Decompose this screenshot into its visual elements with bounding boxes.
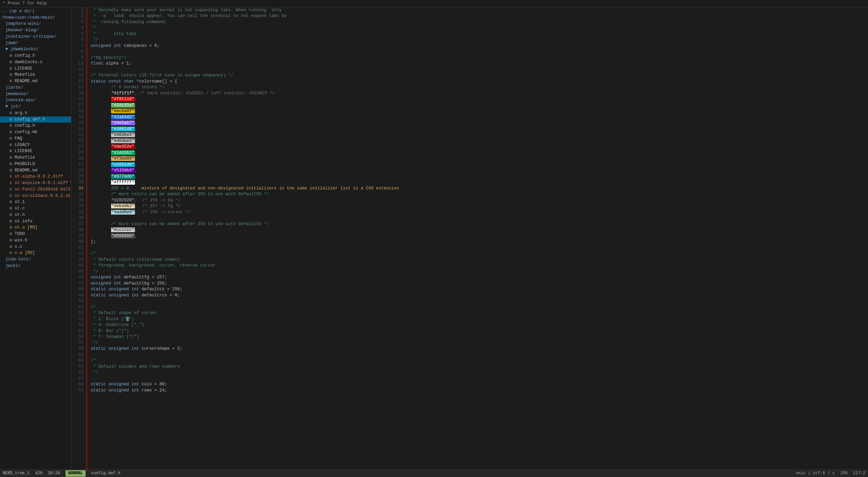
- line-num-60: 60: [73, 358, 84, 364]
- line-num-48: 48: [73, 287, 84, 293]
- code-area[interactable]: 1234567891011121314151617181920212223242…: [71, 7, 868, 470]
- sidebar-item-x-o[interactable]: o x.o [RO]: [0, 250, 71, 256]
- sidebar-item-arg-h[interactable]: o arg.h: [0, 110, 71, 116]
- code-line-24: "#de352e",: [91, 144, 868, 150]
- sidebar-item-st-font2[interactable]: s st-font2-20198416-ba72: [0, 186, 71, 193]
- cursor-pos: 20:20: [48, 471, 60, 476]
- line-num-63: 63: [73, 376, 84, 382]
- sidebar-item-dwm[interactable]: jdwm/: [0, 40, 71, 47]
- sidebar-item-st-o[interactable]: o st.o [RO]: [0, 224, 71, 231]
- sidebar-item-config-mk[interactable]: o config.mk: [0, 129, 71, 135]
- sidebar-item-makefile2[interactable]: o Makefile: [0, 154, 71, 161]
- sidebar-item-st-alpha-diff[interactable]: s st-alpha-0.8.2.diff: [0, 173, 71, 180]
- sidebar-item-pkgbuild[interactable]: o PKGBUILD: [0, 161, 71, 167]
- code-line-17: "#2dc55e",: [91, 103, 868, 109]
- code-line-27: "#1081d6",: [91, 162, 868, 168]
- sidebar-item-larbs[interactable]: jlarbs/: [0, 85, 71, 91]
- line-num-52: 52: [73, 310, 84, 316]
- line-num-39: 39: [73, 233, 84, 239]
- sidebar-item-config-h[interactable]: o config.h: [0, 53, 71, 59]
- line-num-16: 16: [73, 96, 84, 103]
- code-line-38: "#cccccc",: [91, 227, 868, 233]
- code-line-50: [91, 298, 868, 305]
- sidebar-item-license[interactable]: o LICENSE: [0, 66, 71, 72]
- sidebar-item-container-critique[interactable]: jcontainer-critique/: [0, 34, 71, 40]
- code-line-39: "#555555",: [91, 233, 868, 239]
- code-line-42: /*: [91, 251, 868, 257]
- code-line-20: "#4e5ab7",: [91, 120, 868, 126]
- sidebar-item-lst[interactable]: ▼ jst/: [0, 104, 71, 110]
- sidebar-item-wiki[interactable]: jwiki/: [0, 263, 71, 269]
- sidebar-item-x-c[interactable]: o x.c: [0, 244, 71, 250]
- sidebar-item-config-h2[interactable]: o config.h: [0, 123, 71, 129]
- line-num-4: 4: [73, 25, 84, 31]
- line-num-2: 2: [73, 13, 84, 19]
- code-line-15: "#1f1f1f", /* hard contrast: #1d2021 / s…: [91, 91, 868, 97]
- code-line-13: static const char *colorname[] = {: [91, 79, 868, 85]
- line-num-20: 20: [73, 120, 84, 126]
- code-line-46: unsigned int defaulttfg = 257;: [91, 275, 868, 281]
- line-num-25: 25: [73, 150, 84, 156]
- code-line-11: [91, 67, 868, 73]
- sidebar-item-st-info[interactable]: o st.info: [0, 218, 71, 225]
- file-tree[interactable]: .. (up a dir)/home/user/code/main/jampho…: [0, 7, 71, 470]
- sidebar-item-todo[interactable]: o TODO: [0, 231, 71, 237]
- filename-status: config.def.h: [91, 471, 120, 476]
- code-line-25: "#1dd361",: [91, 150, 868, 156]
- line-num-17: 17: [73, 103, 84, 109]
- line-num-6: 6: [73, 37, 84, 43]
- line-num-29: 29: [73, 174, 84, 180]
- line-num-59: 59: [73, 352, 84, 358]
- sidebar-item-beaker-blog[interactable]: jbeaker-blog/: [0, 27, 71, 34]
- line-num-12: 12: [73, 73, 84, 79]
- sidebar-item-up[interactable]: .. (up a dir): [0, 8, 71, 15]
- sidebar-item-win-h[interactable]: o win.h: [0, 237, 71, 244]
- code-line-7: unsigned int tabspaces = 8;: [91, 43, 868, 49]
- code-line-31: 255 = 0, mixture of designated and non-d…: [91, 186, 868, 192]
- line-num-46: 46: [73, 275, 84, 281]
- sidebar-item-vim-tccs[interactable]: jvim-tccs/: [0, 256, 71, 263]
- sidebar-item-st-scrollback-diff[interactable]: s st-scrollback-0.8.2.di: [0, 193, 71, 199]
- line-num-62: 62: [73, 370, 84, 376]
- sidebar-item-faq[interactable]: o FAQ: [0, 135, 71, 142]
- sidebar-item-st-anysize-diff[interactable]: s st-anysize-0.8.1.diff W: [0, 180, 71, 186]
- line-num-27: 27: [73, 162, 84, 168]
- sidebar-item-st1[interactable]: o st.1: [0, 199, 71, 205]
- code-line-3: * running following command:: [91, 19, 868, 25]
- sidebar-item-license2[interactable]: κ LICENSE: [0, 148, 71, 154]
- code-line-56: * 7: Snowman ("☃"): [91, 334, 868, 340]
- code-line-54: * 4: Underline ("_"): [91, 322, 868, 328]
- sidebar-item-memeose[interactable]: jmemeose/: [0, 91, 71, 97]
- sidebar-item-dwmblocks[interactable]: ▼ jdwmblocks/: [0, 46, 71, 53]
- sidebar-item-readme-md[interactable]: o README.md: [0, 78, 71, 85]
- code-line-9: /*bg opacity*/: [91, 55, 868, 61]
- sidebar-item-legacy[interactable]: o LEGACY: [0, 142, 71, 148]
- sidebar-item-neovim-ayu[interactable]: jneovim-ayu/: [0, 97, 71, 104]
- sidebar-item-home-path[interactable]: /home/user/code/main/: [0, 15, 71, 21]
- code-line-52: * Default shape of cursor: [91, 310, 868, 316]
- line-num-21: 21: [73, 126, 84, 132]
- line-num-56: 56: [73, 334, 84, 340]
- sidebar-item-st-h[interactable]: o st.h: [0, 212, 71, 218]
- code-line-63: [91, 376, 868, 382]
- sidebar-item-config-blocks-c[interactable]: o dwmblocks.c: [0, 59, 71, 66]
- help-text: * Press ? for help: [3, 1, 47, 6]
- line-num-57: 57: [73, 340, 84, 346]
- sidebar-item-readme2[interactable]: o README.md: [0, 167, 71, 174]
- code-line-2: * -a` `tab8` should appear. You can tell…: [91, 13, 868, 19]
- sidebar-item-makefile[interactable]: o Makefile: [0, 72, 71, 78]
- sidebar-item-config-def-h[interactable]: o config.def.h: [0, 116, 71, 123]
- code-line-22: "#d6dbe5",: [91, 132, 868, 138]
- code-line-6: */: [91, 37, 868, 43]
- code-line-37: /* more colors can be added after 255 to…: [91, 221, 868, 227]
- sidebar-item-st-c[interactable]: o st.c: [0, 205, 71, 212]
- line-num-37: 37: [73, 221, 84, 227]
- code-container: 1234567891011121314151617181920212223242…: [71, 7, 868, 470]
- editor: 1234567891011121314151617181920212223242…: [71, 7, 868, 470]
- code-line-53: * 2: Block ("█"): [91, 316, 868, 323]
- code-line-18: "#ecba0f",: [91, 108, 868, 114]
- sidebar-item-amphora-wiki[interactable]: jamphora-wiki/: [0, 21, 71, 27]
- line-num-54: 54: [73, 322, 84, 328]
- code-line-62: */: [91, 370, 868, 376]
- status-right: unix | utf-8 | c 25% 117:2: [796, 471, 865, 476]
